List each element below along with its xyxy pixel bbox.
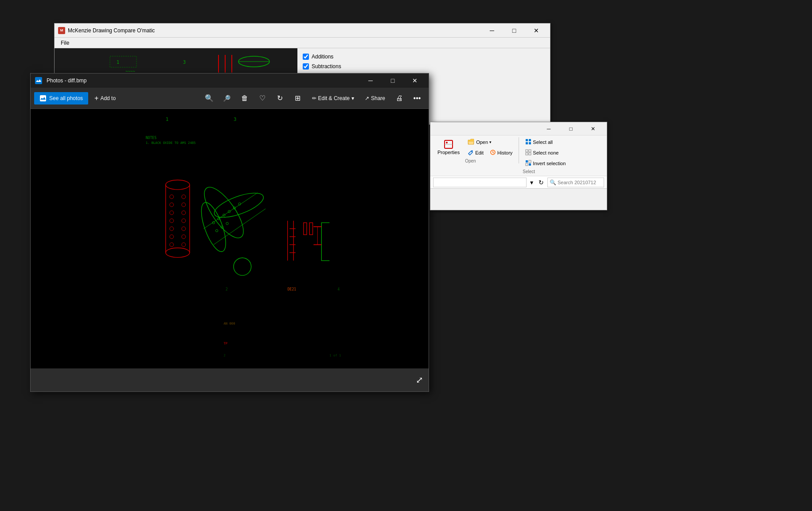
add-to-button[interactable]: + Add to: [90, 92, 120, 105]
mckenzie-close-btn[interactable]: ✕: [526, 23, 547, 38]
edit-icon: ✏: [312, 95, 316, 101]
edit-ribbon-icon: [468, 149, 474, 156]
photos-minimize-btn[interactable]: ─: [360, 74, 381, 88]
photos-window: Photos - diff.bmp ─ □ ✕ See all photos +…: [30, 73, 429, 392]
photos-footer: ⤢: [31, 368, 429, 391]
more-button[interactable]: •••: [409, 90, 425, 106]
open-group-label: Open: [465, 159, 515, 163]
explorer-maximize-btn[interactable]: □: [561, 122, 581, 136]
explorer-minimize-btn[interactable]: ─: [539, 122, 559, 136]
mckenzie-menu-file[interactable]: File: [57, 39, 73, 47]
select-all-icon: [525, 139, 531, 146]
svg-point-26: [182, 195, 186, 199]
additions-row: Additions: [303, 54, 545, 60]
svg-text:AN 000: AN 000: [223, 321, 235, 325]
svg-rect-10: [40, 95, 46, 101]
svg-rect-77: [529, 153, 531, 155]
print-button[interactable]: 🖨: [391, 90, 407, 106]
subtractions-label: Subtractions: [312, 63, 341, 70]
mckenzie-maximize-btn[interactable]: □: [504, 23, 524, 38]
address-dropdown-btn[interactable]: ▾: [528, 178, 535, 187]
svg-text:NOTES: NOTES: [146, 135, 157, 140]
svg-rect-70: [526, 139, 528, 141]
svg-rect-81: [529, 163, 531, 166]
properties-button[interactable]: Properties: [434, 137, 463, 157]
svg-text:1: 1: [166, 116, 169, 122]
open-chevron-icon: ▾: [489, 140, 492, 144]
mckenzie-app-icon: M: [58, 27, 65, 34]
photos-close-btn[interactable]: ✕: [405, 74, 425, 88]
additions-checkbox[interactable]: [303, 54, 309, 60]
svg-point-44: [215, 229, 218, 232]
address-input[interactable]: [433, 178, 527, 187]
zoom-out-icon: 🔎: [223, 95, 230, 102]
edit-button[interactable]: Edit: [465, 148, 486, 158]
svg-point-16: [166, 248, 190, 258]
svg-point-47: [234, 258, 251, 275]
select-none-label: Select none: [533, 150, 558, 155]
svg-rect-71: [529, 139, 531, 141]
svg-point-35: [198, 182, 250, 244]
explorer-window-controls: ─ □ ✕: [539, 122, 603, 136]
search-icon: 🔍: [550, 179, 556, 186]
subtractions-row: Subtractions: [303, 63, 545, 70]
select-none-button[interactable]: Select none: [523, 148, 561, 158]
zoom-out-button[interactable]: 🔎: [219, 90, 235, 106]
share-button[interactable]: ↗ Share: [360, 93, 390, 104]
diff-drawing: 1 3 NOTES 1. BLACK OXIDE TO AMS 2485: [31, 109, 429, 368]
svg-point-32: [182, 243, 186, 247]
mckenzie-menu: File: [55, 38, 550, 48]
history-button[interactable]: History: [487, 148, 515, 158]
explorer-close-btn[interactable]: ✕: [583, 122, 603, 136]
share-label: Share: [371, 95, 385, 101]
select-all-button[interactable]: Select all: [523, 137, 555, 147]
invert-selection-icon: [525, 160, 531, 167]
select-group-label: Select: [523, 169, 568, 174]
crop-button[interactable]: ⊞: [290, 90, 306, 106]
svg-point-30: [182, 227, 186, 231]
svg-point-24: [170, 235, 174, 239]
mckenzie-window-controls: ─ □ ✕: [482, 23, 547, 38]
svg-point-23: [170, 227, 174, 231]
mckenzie-minimize-btn[interactable]: ─: [482, 23, 502, 38]
svg-text:1: 1: [117, 60, 119, 65]
open-button[interactable]: Open ▾: [465, 137, 494, 147]
photos-title: Photos - diff.bmp: [47, 77, 360, 84]
invert-selection-button[interactable]: Invert selection: [523, 159, 568, 168]
see-all-photos-button[interactable]: See all photos: [34, 92, 88, 105]
svg-point-22: [170, 219, 174, 223]
heart-icon: ♡: [259, 94, 265, 102]
svg-rect-80: [526, 163, 528, 166]
rotate-icon: ↻: [277, 94, 283, 102]
zoom-in-icon: 🔍: [205, 94, 214, 102]
rotate-button[interactable]: ↻: [272, 90, 288, 106]
edit-create-button[interactable]: ✏ Edit & Create ▾: [308, 93, 359, 104]
select-none-icon: [525, 149, 531, 156]
svg-text:3: 3: [234, 116, 237, 122]
edit-create-chevron: ▾: [351, 95, 354, 101]
svg-point-19: [170, 195, 174, 199]
svg-point-27: [182, 203, 186, 207]
explorer-address-bar: ▾ ↻ 🔍: [430, 176, 607, 189]
photos-titlebar: Photos - diff.bmp ─ □ ✕: [31, 74, 429, 88]
invert-selection-label: Invert selection: [533, 161, 566, 166]
favorite-button[interactable]: ♡: [254, 90, 270, 106]
more-icon: •••: [414, 94, 421, 102]
photos-maximize-btn[interactable]: □: [383, 74, 403, 88]
svg-rect-79: [529, 160, 531, 163]
expand-button[interactable]: ⤢: [416, 375, 423, 385]
svg-rect-78: [526, 160, 528, 163]
svg-rect-54: [304, 223, 307, 235]
address-refresh-btn[interactable]: ↻: [537, 178, 546, 187]
explorer-titlebar: ─ □ ✕: [430, 122, 607, 135]
delete-button[interactable]: 🗑: [237, 90, 253, 106]
photos-app-icon: [34, 76, 43, 85]
search-box: 🔍: [547, 178, 604, 187]
select-all-label: Select all: [533, 139, 553, 145]
search-input[interactable]: [558, 180, 602, 185]
photos-main: 1 3 NOTES 1. BLACK OXIDE TO AMS 2485: [31, 109, 429, 368]
zoom-in-button[interactable]: 🔍: [201, 90, 217, 106]
svg-point-15: [166, 180, 190, 190]
svg-point-67: [446, 142, 448, 143]
subtractions-checkbox[interactable]: [303, 63, 309, 70]
